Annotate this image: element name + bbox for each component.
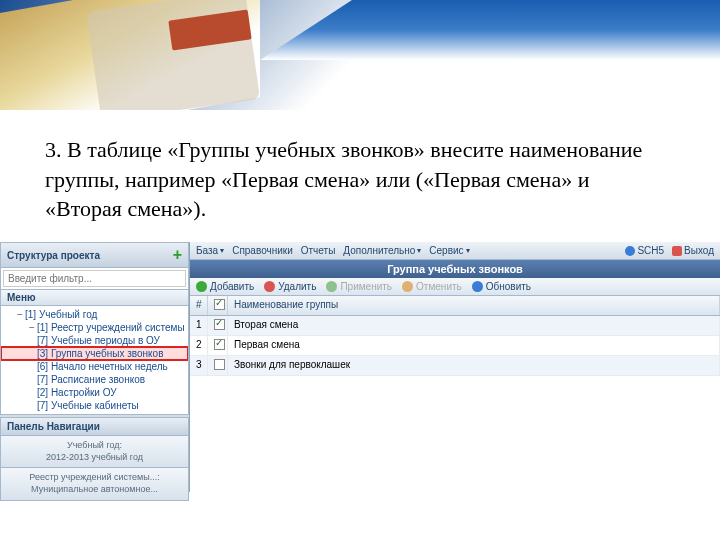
col-number[interactable]: # [190,296,208,315]
user-icon [625,246,635,256]
delete-icon [264,281,275,292]
checkbox-icon[interactable] [214,319,225,330]
tree-item[interactable]: [2] Настройки ОУ [1,386,188,399]
sidebar: Структура проекта + Меню −[1] Учебный го… [0,242,190,492]
tree-item[interactable]: [7] Учебные кабинеты [1,399,188,412]
tree-item[interactable]: [7] Учебные периоды в ОУ [1,334,188,347]
checkbox-icon[interactable] [214,359,225,370]
exit-icon [672,246,682,256]
structure-panel-header[interactable]: Структура проекта + [0,242,189,268]
tree-item[interactable]: −[1] Учебный год [1,308,188,321]
app-window: Структура проекта + Меню −[1] Учебный го… [0,242,720,492]
tree-item[interactable]: [6] Начало нечетных недель [1,360,188,373]
toolbar: Добавить Удалить Применить Отменить Обно… [190,278,720,296]
cancel-icon [402,281,413,292]
menu-label: Меню [0,290,189,306]
menu-service[interactable]: Сервис▾ [429,245,469,256]
structure-title: Структура проекта [7,250,100,261]
instruction-text: 3. В таблице «Группы учебных звонков» вн… [45,135,665,224]
collapse-icon[interactable]: − [15,309,25,320]
tree-item-selected[interactable]: [3] Группа учебных звонков [1,347,188,360]
plus-icon[interactable]: + [173,246,182,264]
checkbox-icon[interactable] [214,299,225,310]
add-icon [196,281,207,292]
menu-refs[interactable]: Справочники [232,245,293,256]
tree-item[interactable]: −[1] Реестр учреждений системы обр [1,321,188,334]
add-button[interactable]: Добавить [196,281,254,292]
delete-button[interactable]: Удалить [264,281,316,292]
topbar: База▾ Справочники Отчеты Дополнительно▾ … [190,242,720,260]
tree: −[1] Учебный год −[1] Реестр учреждений … [0,306,189,415]
col-check[interactable] [208,296,228,315]
refresh-button[interactable]: Обновить [472,281,531,292]
decorative-banner [0,0,720,110]
user-badge[interactable]: SCH5 [625,245,664,256]
collapse-icon[interactable]: − [27,322,37,333]
refresh-icon [472,281,483,292]
table-row[interactable]: 2 Первая смена [190,336,720,356]
nav-panel-header[interactable]: Панель Навигации [0,417,189,436]
menu-base[interactable]: База▾ [196,245,224,256]
grid-body: 1 Вторая смена 2 Первая смена 3 Звонки д… [190,316,720,376]
filter-row [0,268,189,290]
grid-header: # Наименование группы [190,296,720,316]
cancel-button: Отменить [402,281,462,292]
col-name[interactable]: Наименование группы [228,296,720,315]
nav-button-year[interactable]: Учебный год: 2012-2013 учебный год [0,436,189,468]
page-title: Группа учебных звонков [190,260,720,278]
menu-extra[interactable]: Дополнительно▾ [343,245,421,256]
tree-item[interactable]: [7] Расписание звонков [1,373,188,386]
exit-button[interactable]: Выход [672,245,714,256]
menu-reports[interactable]: Отчеты [301,245,336,256]
checkbox-icon[interactable] [214,339,225,350]
nav-button-registry[interactable]: Реестр учреждений системы...: Муниципаль… [0,468,189,500]
table-row[interactable]: 1 Вторая смена [190,316,720,336]
apply-icon [326,281,337,292]
apply-button: Применить [326,281,392,292]
table-row[interactable]: 3 Звонки для первоклашек [190,356,720,376]
nav-panel: Панель Навигации Учебный год: 2012-2013 … [0,417,189,501]
main-area: База▾ Справочники Отчеты Дополнительно▾ … [190,242,720,492]
filter-input[interactable] [3,270,186,287]
data-grid: # Наименование группы 1 Вторая смена 2 П… [190,296,720,492]
